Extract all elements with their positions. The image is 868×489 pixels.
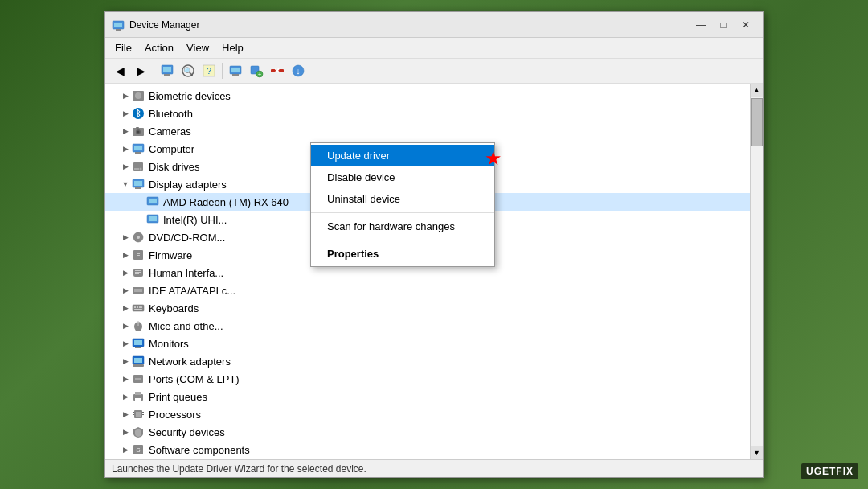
menu-action[interactable]: Action <box>138 39 180 56</box>
tree-item-print[interactable]: ▶ Print queues <box>105 388 750 405</box>
svg-rect-63 <box>134 340 142 345</box>
svg-point-35 <box>140 168 142 171</box>
scrollbar[interactable]: ▲ ▼ <box>750 84 763 459</box>
svg-rect-31 <box>135 152 141 154</box>
intel-icon <box>145 212 160 227</box>
svg-rect-76 <box>133 414 134 415</box>
expand-bluetooth[interactable]: ▶ <box>120 108 131 119</box>
computer-button[interactable] <box>226 61 245 80</box>
close-button[interactable]: ✕ <box>735 17 756 33</box>
expand-monitors[interactable]: ▶ <box>120 338 131 349</box>
scroll-down[interactable]: ▼ <box>751 446 764 459</box>
context-properties[interactable]: Properties <box>311 243 494 265</box>
expand-keyboards[interactable]: ▶ <box>120 302 131 314</box>
menu-help[interactable]: Help <box>215 39 250 56</box>
tree-item-monitors[interactable]: ▶ Monitors <box>105 335 750 352</box>
security-icon <box>131 425 145 439</box>
expand-intel[interactable] <box>134 214 145 225</box>
svg-text:ᛒ: ᛒ <box>136 109 141 118</box>
expand-display[interactable]: ▼ <box>120 179 131 190</box>
toolbar-separator-2 <box>222 63 223 79</box>
dvd-label: DVD/CD-ROM... <box>149 232 225 244</box>
tree-item-bluetooth[interactable]: ▶ ᛒ Bluetooth <box>105 105 750 122</box>
properties-button[interactable] <box>158 61 177 80</box>
device-tree[interactable]: ▶ Biometric devices ▶ ᛒ Blueto <box>105 84 750 459</box>
tree-item-softdev[interactable]: ▶ D Software devices <box>105 458 750 459</box>
tree-item-network[interactable]: ▶ Network adapters <box>105 352 750 370</box>
download-button[interactable]: ↓ <box>289 61 308 80</box>
tree-item-keyboards[interactable]: ▶ Keyboards <box>105 299 750 317</box>
svg-rect-13 <box>232 74 239 76</box>
svg-rect-77 <box>142 412 144 413</box>
expand-firmware[interactable]: ▶ <box>120 249 131 261</box>
tree-item-security[interactable]: ▶ Security devices <box>105 423 750 441</box>
expand-softcomp[interactable]: ▶ <box>120 444 131 455</box>
expand-mice[interactable]: ▶ <box>120 320 131 331</box>
expand-ide[interactable]: ▶ <box>120 285 131 296</box>
svg-rect-38 <box>135 187 141 189</box>
expand-amd[interactable] <box>134 196 145 208</box>
bluetooth-label: Bluetooth <box>149 108 193 120</box>
expand-computer[interactable]: ▶ <box>120 143 131 154</box>
expand-processors[interactable]: ▶ <box>120 409 131 420</box>
app-icon <box>112 18 125 31</box>
context-uninstall-device[interactable]: Uninstall device <box>311 188 494 210</box>
svg-rect-32 <box>134 154 142 154</box>
expand-disk[interactable]: ▶ <box>120 161 131 172</box>
scroll-track[interactable] <box>751 97 763 446</box>
ide-label: IDE ATA/ATAPI c... <box>149 285 235 297</box>
help-button[interactable]: ? <box>199 61 219 80</box>
expand-ports[interactable]: ▶ <box>120 373 131 384</box>
context-update-driver[interactable]: Update driver <box>311 145 494 166</box>
expand-security[interactable]: ▶ <box>120 426 131 438</box>
context-disable-device[interactable]: Disable device <box>311 166 494 188</box>
tree-item-softcomp[interactable]: ▶ S Software components <box>105 441 750 458</box>
svg-rect-2 <box>116 29 121 31</box>
svg-point-61 <box>137 321 139 323</box>
svg-rect-37 <box>134 181 142 186</box>
tree-item-mice[interactable]: ▶ Mice and othe... <box>105 317 750 335</box>
toolbar: ◀ ▶ 🔍 ? <box>105 59 763 84</box>
processors-icon <box>131 407 145 421</box>
expand-print[interactable]: ▶ <box>120 391 131 402</box>
back-button[interactable]: ◀ <box>110 61 129 80</box>
firmware-label: Firmware <box>149 249 192 261</box>
scroll-up[interactable]: ▲ <box>751 84 764 97</box>
forward-button[interactable]: ▶ <box>131 61 150 80</box>
svg-point-27 <box>137 131 140 134</box>
tree-item-ide[interactable]: ▶ IDE ATA/ATAPI c... <box>105 281 750 299</box>
svg-rect-74 <box>136 412 141 417</box>
svg-rect-71 <box>135 392 141 395</box>
expand-network[interactable]: ▶ <box>120 355 131 367</box>
tree-item-ports[interactable]: ▶ Ports (COM & LPT) <box>105 370 750 388</box>
expand-biometric[interactable]: ▶ <box>120 90 131 101</box>
svg-rect-56 <box>139 306 141 308</box>
context-scan-hardware[interactable]: Scan for hardware changes <box>311 216 494 237</box>
add-button[interactable]: + <box>247 61 266 80</box>
maximize-button[interactable]: □ <box>713 17 734 33</box>
scan-button[interactable]: 🔍 <box>178 61 198 80</box>
remove-button[interactable]: ✖ <box>268 61 287 80</box>
tree-item-processors[interactable]: ▶ Processors <box>105 405 750 423</box>
scroll-thumb[interactable] <box>751 98 763 146</box>
minimize-button[interactable]: — <box>690 17 711 33</box>
svg-rect-1 <box>114 23 122 27</box>
expand-cameras[interactable]: ▶ <box>120 125 131 137</box>
tree-item-cameras[interactable]: ▶ Cameras <box>105 122 750 140</box>
status-bar: Launches the Update Driver Wizard for th… <box>105 459 763 477</box>
menu-file[interactable]: File <box>108 39 138 56</box>
menu-view[interactable]: View <box>180 39 215 56</box>
softcomp-icon: S <box>131 442 145 457</box>
svg-text:✖: ✖ <box>274 67 280 75</box>
hid-label: Human Interfa... <box>149 267 223 279</box>
tree-item-biometric[interactable]: ▶ Biometric devices <box>105 87 750 105</box>
svg-rect-30 <box>134 146 142 150</box>
svg-rect-58 <box>134 309 142 310</box>
title-bar: Device Manager — □ ✕ <box>105 12 763 38</box>
expand-dvd[interactable]: ▶ <box>120 232 131 243</box>
svg-rect-28 <box>136 127 139 129</box>
svg-text:↓: ↓ <box>296 66 301 76</box>
svg-rect-69 <box>135 378 141 380</box>
expand-hid[interactable]: ▶ <box>120 267 131 278</box>
device-manager-window: Device Manager — □ ✕ File Action View He… <box>104 11 764 478</box>
